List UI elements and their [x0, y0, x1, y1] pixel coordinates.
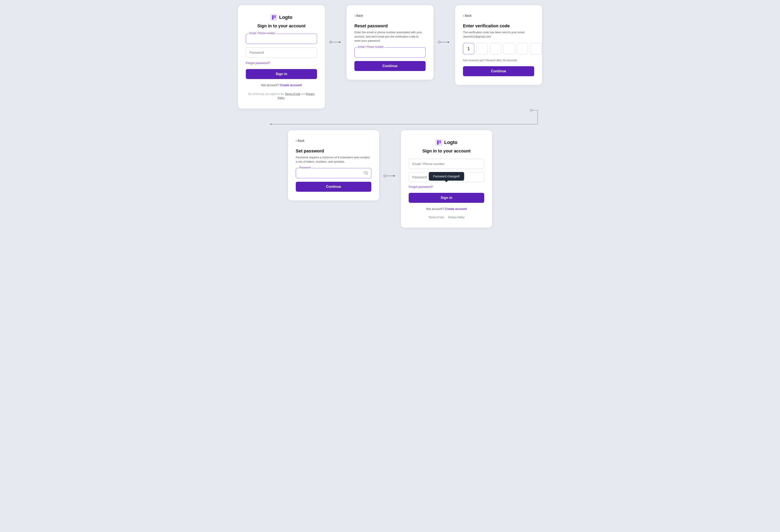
final-forgot-password-link[interactable]: Forgot password?	[409, 185, 433, 189]
email-label: Email / Phone number	[248, 32, 276, 35]
verification-subtitle: The verification code has been sent to y…	[463, 30, 534, 39]
logo-area: Logto	[246, 14, 317, 21]
svg-rect-1	[272, 15, 274, 19]
arrow-connector-3	[384, 130, 396, 178]
final-create-account-text: Not account? Create account	[409, 207, 484, 211]
email-field-wrapper: Email / Phone number	[246, 34, 317, 44]
arrow-connector-1	[329, 5, 342, 44]
reset-password-card: ‹ Back Reset password Enter the email or…	[347, 5, 433, 80]
svg-marker-10	[270, 123, 272, 125]
reset-email-input[interactable]	[354, 47, 426, 57]
final-logto-icon	[435, 139, 442, 146]
new-password-input[interactable]	[296, 168, 371, 178]
sign-in-button[interactable]: Sign in	[246, 69, 317, 79]
reset-password-subtitle: Enter the email or phone number associat…	[354, 30, 426, 43]
final-terms-of-use-link[interactable]: Terms of Use	[429, 216, 444, 219]
svg-point-6	[438, 41, 440, 43]
final-logo-area: Logto	[409, 139, 484, 146]
flow-connector-area	[238, 108, 542, 126]
svg-rect-16	[437, 140, 439, 145]
email-input[interactable]	[246, 34, 317, 44]
signin-title: Sign in to your account	[246, 23, 317, 29]
logo-text: Logto	[279, 14, 292, 20]
password-field-wrapper	[246, 47, 317, 57]
resend-text: Not received yet? Resend after 59 second…	[463, 59, 534, 62]
verification-card: ‹ Back Enter verification code The verif…	[455, 5, 542, 85]
svg-rect-2	[274, 15, 276, 18]
password-changed-toast: Password changed!	[429, 172, 464, 181]
final-logo-text: Logto	[444, 140, 457, 145]
svg-marker-14	[393, 175, 395, 177]
svg-point-3	[329, 41, 332, 43]
create-account-text: Not account? Create account	[246, 83, 317, 87]
terms-of-use-link[interactable]: Terms of Use	[285, 93, 300, 96]
new-password-input-wrapper	[296, 168, 371, 178]
signin-card: Logto Sign in to your account Email / Ph…	[238, 5, 325, 108]
set-password-continue-button[interactable]: Continue	[296, 182, 371, 192]
code-input-group	[463, 43, 534, 54]
password-input[interactable]	[246, 47, 317, 57]
svg-rect-17	[439, 140, 441, 143]
svg-marker-8	[448, 41, 449, 43]
back-chevron-icon-4: ‹	[296, 139, 297, 142]
code-box-4[interactable]	[503, 43, 515, 54]
reset-continue-button[interactable]: Continue	[354, 61, 426, 71]
new-password-label: Password	[298, 166, 311, 169]
final-email-input[interactable]	[409, 159, 484, 169]
final-email-field-wrapper	[409, 159, 484, 169]
reset-email-label: Email / Phone number	[357, 45, 385, 48]
final-signin-card: Logto Sign in to your account Password c…	[401, 130, 492, 228]
terms-text: By continuing, you agree to the Terms of…	[246, 92, 317, 100]
svg-marker-5	[339, 41, 341, 43]
set-password-title: Set password	[296, 149, 371, 153]
code-box-1[interactable]	[463, 43, 474, 54]
final-terms-row: Terms of Use Privacy Policy	[409, 216, 484, 219]
back-button-card2[interactable]: ‹ Back	[354, 14, 363, 17]
back-chevron-icon-3: ‹	[463, 14, 464, 17]
logto-icon	[271, 14, 277, 21]
set-password-card: ‹ Back Set password Password requires a …	[288, 130, 379, 200]
back-button-card4[interactable]: ‹ Back	[296, 139, 304, 142]
final-privacy-policy-link[interactable]: Privacy Policy	[448, 216, 465, 219]
code-box-3[interactable]	[490, 43, 501, 54]
final-signin-title: Sign in to your account	[409, 149, 484, 153]
final-create-account-link[interactable]: Create account	[445, 207, 467, 211]
final-sign-in-button[interactable]: Sign in	[409, 193, 484, 203]
code-box-2[interactable]	[477, 43, 488, 54]
reset-password-title: Reset password	[354, 23, 426, 29]
svg-rect-0	[271, 14, 277, 21]
svg-rect-15	[435, 139, 442, 146]
create-account-link[interactable]: Create account	[280, 83, 302, 87]
forgot-password-link[interactable]: Forgot password?	[246, 61, 270, 65]
eye-icon[interactable]	[364, 171, 368, 176]
reset-email-field-wrapper: Email / Phone number	[354, 47, 426, 57]
back-button-card3[interactable]: ‹ Back	[463, 14, 472, 17]
set-password-subtitle: Password requires a minimum of 8 charact…	[296, 155, 371, 164]
verification-title: Enter verification code	[463, 23, 534, 29]
verification-continue-button[interactable]: Continue	[463, 66, 534, 76]
svg-point-12	[384, 175, 386, 177]
code-box-5[interactable]	[517, 43, 528, 54]
arrow-connector-2	[438, 5, 451, 44]
back-chevron-icon: ‹	[354, 14, 355, 17]
code-box-6[interactable]	[530, 43, 542, 54]
new-password-field-wrapper: Password	[296, 168, 371, 178]
